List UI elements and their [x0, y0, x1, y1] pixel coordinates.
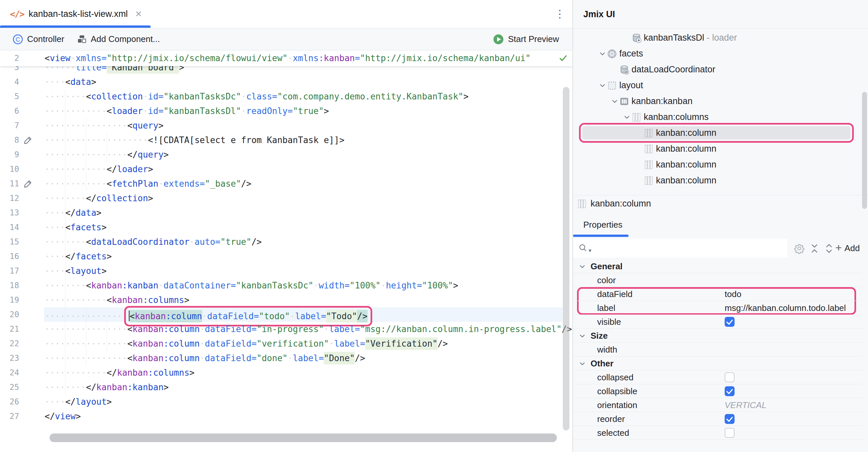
property-section-Size[interactable]: Size	[573, 329, 862, 343]
tree-item-kanban-column[interactable]: kanban:column	[573, 125, 862, 141]
pencil-icon[interactable]	[23, 179, 33, 190]
line-number[interactable]: 24	[0, 365, 19, 380]
checkbox-collapsed[interactable]	[725, 372, 735, 382]
collapse-all-icon[interactable]	[810, 243, 819, 255]
tree-item-kanbanTasksDl[interactable]: kanbanTasksDl - loader	[573, 30, 862, 46]
code-line-16[interactable]: 16····</facets>	[0, 249, 572, 264]
line-number[interactable]: 26	[0, 394, 19, 409]
checkbox-collapsible[interactable]	[725, 386, 735, 396]
editor-options-icon[interactable]: ⋮	[552, 0, 567, 28]
code-line-25[interactable]: 25········</kanban:kanban>	[0, 380, 572, 394]
panel-vertical-scrollbar[interactable]	[862, 92, 867, 209]
code-line-13[interactable]: 13····</data>	[0, 206, 572, 220]
line-number[interactable]: 22	[0, 336, 19, 351]
tab-kanban-task-list-view[interactable]: </> kanban-task-list-view.xml ✕	[0, 0, 142, 28]
code-line-23[interactable]: 23················<kanban:column·dataFie…	[0, 351, 572, 365]
code-line-21[interactable]: 21················<kanban:column·dataFie…	[0, 322, 572, 336]
tree-item-kanban-column[interactable]: kanban:column	[573, 173, 862, 188]
property-section-General[interactable]: General	[573, 260, 862, 273]
chevron-down-icon[interactable]	[598, 81, 607, 91]
line-number[interactable]: 6	[0, 104, 19, 118]
line-number[interactable]: 19	[0, 293, 19, 307]
line-number[interactable]: 18	[0, 278, 19, 293]
code-line-17[interactable]: 17····<layout>	[0, 264, 572, 278]
line-number[interactable]: 27	[0, 409, 19, 424]
code-line-8[interactable]: 8····················<![CDATA[select e f…	[0, 133, 572, 147]
code-line-7[interactable]: 7················<query>	[0, 118, 572, 133]
add-property-button[interactable]: + Add	[835, 239, 860, 258]
code-line-15[interactable]: 15········<dataLoadCoordinator·auto="tru…	[0, 235, 572, 249]
tab-properties[interactable]: Properties	[583, 215, 623, 235]
line-number[interactable]: 10	[0, 162, 19, 176]
add-component-button[interactable]: Add Component...	[77, 34, 160, 44]
code-line-24[interactable]: 24············</kanban:columns>	[0, 365, 572, 380]
controller-button[interactable]: C Controller	[12, 34, 64, 44]
code-line-5[interactable]: 5········<collection·id="kanbanTasksDc"·…	[0, 89, 572, 104]
checkbox-visible[interactable]	[725, 317, 735, 327]
line-number[interactable]: 15	[0, 235, 19, 249]
code-line-18[interactable]: 18········<kanban:kanban·dataContainer="…	[0, 278, 572, 293]
code-line-10[interactable]: 10············</loader>	[0, 162, 572, 176]
code-line-14[interactable]: 14····<facets>	[0, 220, 572, 235]
line-number[interactable]: 11	[0, 176, 19, 191]
line-number[interactable]: 14	[0, 220, 19, 235]
search-options-caret-icon[interactable]: ▾	[589, 247, 592, 254]
code-line-20[interactable]: 20················<kanban:column·dataFie…	[0, 307, 572, 322]
line-number[interactable]: 12	[0, 191, 19, 206]
tree-item-kanban-column[interactable]: kanban:column	[573, 157, 862, 173]
editor-vertical-scrollbar[interactable]	[563, 87, 569, 430]
line-number[interactable]: 21	[0, 322, 19, 336]
code-token: ·	[189, 237, 194, 247]
code-line-26[interactable]: 26····</layout>	[0, 394, 572, 409]
line-number[interactable]: 5	[0, 89, 19, 104]
editor-horizontal-scrollbar[interactable]	[50, 433, 557, 442]
line-number[interactable]: 13	[0, 206, 19, 220]
chevron-down-icon[interactable]	[578, 262, 587, 272]
code-line-22[interactable]: 22················<kanban:column·dataFie…	[0, 336, 572, 351]
line-number[interactable]: 23	[0, 351, 19, 365]
tree-item-kanban-kanban[interactable]: kanban:kanban	[573, 93, 862, 109]
line-number[interactable]: 2	[0, 51, 19, 65]
settings-gear-icon[interactable]	[794, 243, 805, 255]
properties-search-input[interactable]: ▾	[573, 239, 787, 258]
line-number[interactable]: 9	[0, 147, 19, 162]
line-number[interactable]: 17	[0, 264, 19, 278]
chevron-down-icon[interactable]	[578, 332, 587, 342]
close-tab-icon[interactable]: ✕	[135, 9, 142, 19]
code-token: "in-progress"	[257, 324, 324, 334]
editor-tab-bar: </> kanban-task-list-view.xml ✕ ⋮	[0, 0, 572, 28]
property-section-Other[interactable]: Other	[573, 357, 862, 370]
code-line-19[interactable]: 19············<kanban:columns>	[0, 293, 572, 307]
tree-item-facets[interactable]: facets	[573, 46, 862, 61]
chevron-down-icon[interactable]	[623, 113, 631, 123]
checkbox-reorder[interactable]	[725, 414, 735, 424]
checkbox-selected[interactable]	[725, 428, 735, 438]
property-value-dataField[interactable]: todo	[725, 287, 742, 301]
code-line-11[interactable]: 11············<fetchPlan·extends="_base"…	[0, 176, 572, 191]
line-number[interactable]: 20	[0, 307, 19, 322]
property-value-orientation[interactable]: VERTICAL	[725, 398, 767, 412]
chevron-down-icon[interactable]	[578, 360, 587, 369]
code-line-9[interactable]: 9················</query>	[0, 147, 572, 162]
line-number[interactable]: 16	[0, 249, 19, 264]
expand-all-icon[interactable]	[824, 243, 834, 255]
line-number[interactable]: 8	[0, 133, 19, 147]
code-line-27[interactable]: 27</view>	[0, 409, 572, 424]
line-number[interactable]: 7	[0, 118, 19, 133]
code-line-4[interactable]: 4····<data>	[0, 75, 572, 89]
code-line-6[interactable]: 6············<loader·id="kanbanTasksDl"·…	[0, 104, 572, 118]
chevron-down-icon[interactable]	[610, 97, 619, 107]
pencil-icon[interactable]	[23, 135, 33, 146]
start-preview-button[interactable]: Start Preview	[493, 28, 559, 50]
tree-item-kanban-columns[interactable]: kanban:columns	[573, 109, 862, 125]
tree-item-kanban-column[interactable]: kanban:column	[573, 141, 862, 157]
tree-item-layout[interactable]: layout	[573, 77, 862, 93]
chevron-down-icon[interactable]	[598, 50, 607, 59]
code-line-2[interactable]: 2<view·xmlns="http://jmix.io/schema/flow…	[0, 51, 572, 65]
line-number[interactable]: 25	[0, 380, 19, 394]
code-line-12[interactable]: 12········</collection>	[0, 191, 572, 206]
code-editor[interactable]: 3······title="Kanban board">4····<data>5…	[0, 51, 572, 452]
line-number[interactable]: 4	[0, 75, 19, 89]
tree-item-dataLoadCoordinator[interactable]: dataLoadCoordinator	[573, 61, 862, 77]
property-value-label[interactable]: msg://kanban.column.todo.label	[725, 301, 846, 315]
